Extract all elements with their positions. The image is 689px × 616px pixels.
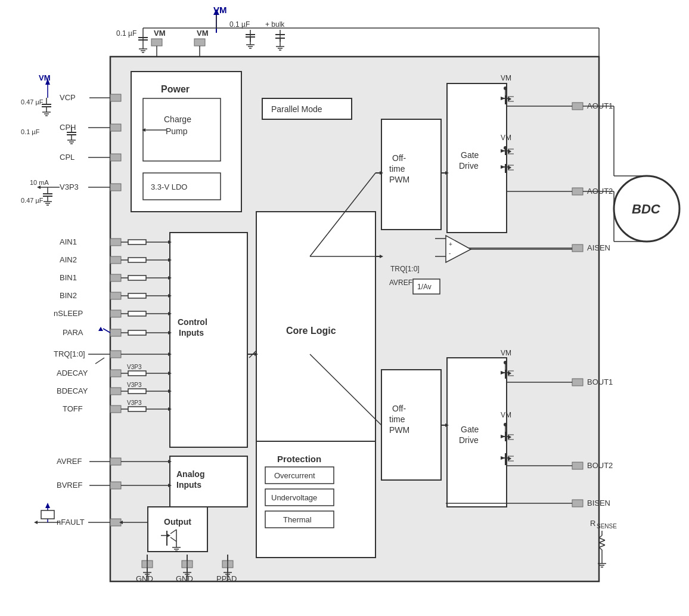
svg-rect-221 xyxy=(572,500,583,507)
svg-rect-81 xyxy=(110,292,121,299)
svg-rect-105 xyxy=(128,371,146,376)
undervoltage-label: Undervoltage xyxy=(271,493,317,502)
avref-amp-label: AVREF xyxy=(389,278,412,287)
para-pin: PARA xyxy=(63,328,83,337)
vm-gda-mid: VM xyxy=(501,134,511,142)
gnd1-pin: GND xyxy=(136,574,153,583)
bvref-pin: BVREF xyxy=(57,481,82,490)
svg-rect-54 xyxy=(110,184,121,191)
overcurrent-label: Overcurrent xyxy=(274,471,315,480)
gate-drive-a-label: Gate xyxy=(461,150,479,160)
svg-rect-115 xyxy=(128,407,146,411)
v3p3-pin-label: V3P3 xyxy=(60,182,79,191)
svg-rect-11 xyxy=(151,39,162,46)
svg-rect-78 xyxy=(128,276,146,280)
protection-label: Protection xyxy=(277,454,321,464)
svg-rect-171 xyxy=(572,103,583,110)
pwm-b-label3: PWM xyxy=(389,425,409,435)
cap-01-cph-label: 0.1 µF xyxy=(21,128,40,135)
bin2-pin: BIN2 xyxy=(60,291,77,300)
bdecay-pin: BDECAY xyxy=(57,386,88,395)
vm-gdb-mid: VM xyxy=(501,411,511,419)
vm-left-pin: VM xyxy=(154,29,166,38)
v3p3-adecay: V3P3 xyxy=(127,364,142,370)
svg-rect-43 xyxy=(110,124,121,131)
svg-rect-83 xyxy=(128,293,146,298)
cpl-pin-label: CPL xyxy=(60,153,75,162)
av-label: 1/Av xyxy=(417,283,432,291)
adecay-pin: ADECAY xyxy=(57,369,88,377)
gate-drive-a-label2: Drive xyxy=(459,161,479,171)
rsense-label: R xyxy=(590,519,595,528)
svg-rect-88 xyxy=(128,311,146,316)
bout1-pin: BOUT1 xyxy=(587,377,613,386)
pwm-b-label2: time xyxy=(389,414,405,424)
trq-amp-label: TRQ[1:0] xyxy=(390,265,420,273)
svg-rect-73 xyxy=(128,258,146,262)
charge-pump-label2: Pump xyxy=(166,126,188,136)
svg-rect-68 xyxy=(128,240,146,244)
charge-pump-label1: Charge xyxy=(164,114,191,124)
10ma-label: 10 mA xyxy=(30,179,49,186)
svg-rect-99 xyxy=(110,351,121,358)
power-block-label: Power xyxy=(161,84,190,94)
pwm-b-label1: Off- xyxy=(392,404,406,413)
minus-sign: - xyxy=(449,250,451,256)
svg-rect-71 xyxy=(110,256,121,264)
analog-inputs-label2: Inputs xyxy=(176,480,201,490)
vcp-pin-label: VCP xyxy=(60,93,76,102)
vm-gdb-top: VM xyxy=(501,349,511,357)
svg-rect-32 xyxy=(110,94,121,101)
svg-rect-134 xyxy=(148,507,207,552)
svg-rect-103 xyxy=(110,370,121,377)
bout2-pin: BOUT2 xyxy=(587,461,613,470)
svg-rect-86 xyxy=(110,310,121,317)
cap-047b-label: 0.47 µF xyxy=(21,197,44,204)
svg-rect-186 xyxy=(572,188,583,195)
svg-rect-119 xyxy=(110,458,121,465)
ain1-pin: AIN1 xyxy=(60,237,77,246)
gate-drive-b-label2: Drive xyxy=(459,435,479,445)
avref-pin: AVREF xyxy=(57,457,82,466)
svg-rect-66 xyxy=(110,239,121,246)
cap-bulk-label: + bulk xyxy=(265,20,285,29)
cap-01-label: 0.1 µF xyxy=(116,29,136,38)
pwm-a-label3: PWM xyxy=(389,175,409,184)
cap-047-label: 0.47 µF xyxy=(21,98,44,106)
output-block-label: Output xyxy=(164,517,191,527)
control-inputs-label2: Inputs xyxy=(179,328,204,338)
svg-rect-65 xyxy=(170,233,247,447)
vm-right-pin: VM xyxy=(197,29,209,38)
svg-rect-95 xyxy=(128,330,146,335)
svg-rect-123 xyxy=(110,482,121,489)
cph-pin-label: CPH xyxy=(60,123,76,132)
svg-rect-12 xyxy=(194,39,205,46)
svg-rect-113 xyxy=(110,405,121,413)
pwm-a-label2: time xyxy=(389,164,405,174)
analog-inputs-label: Analog xyxy=(176,469,204,479)
pwm-a-label1: Off- xyxy=(392,153,406,163)
svg-rect-91 xyxy=(110,329,121,336)
v3p3-bdecay: V3P3 xyxy=(127,382,142,388)
gnd2-pin: GND xyxy=(176,574,193,583)
gate-drive-b-label: Gate xyxy=(461,425,479,434)
plus-sign: + xyxy=(449,241,452,247)
ain2-pin: AIN2 xyxy=(60,255,77,264)
trq10-pin: TRQ[1:0] xyxy=(54,349,85,358)
ldo-label: 3.3-V LDO xyxy=(151,182,187,191)
rsense-sub-label: SENSE xyxy=(597,523,617,530)
vm-vcp-label: VM xyxy=(39,73,51,82)
bdc-label: BDC xyxy=(632,202,661,216)
svg-rect-203 xyxy=(572,379,583,386)
control-inputs-label: Control xyxy=(178,317,207,327)
bin1-pin: BIN1 xyxy=(60,273,77,282)
core-logic-label: Core Logic xyxy=(286,326,336,336)
svg-rect-52 xyxy=(110,154,121,161)
vm-gda-top: VM xyxy=(501,74,511,82)
toff-pin: TOFF xyxy=(63,404,83,413)
v3p3-toff: V3P3 xyxy=(127,400,142,406)
thermal-label: Thermal xyxy=(283,515,312,524)
nfault-pin: nFAULT xyxy=(57,518,85,527)
svg-rect-188 xyxy=(572,244,583,252)
cap-01b-label: 0.1 µF xyxy=(229,20,250,29)
